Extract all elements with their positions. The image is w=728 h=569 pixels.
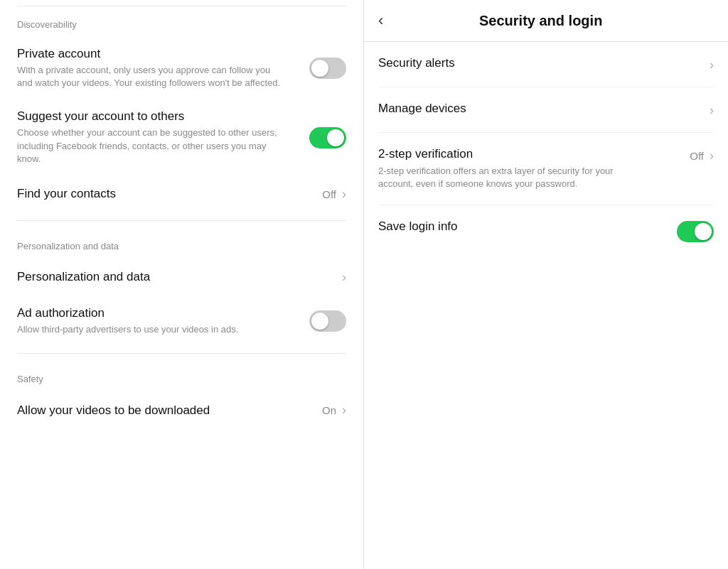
find-contacts-title: Find your contacts	[17, 187, 322, 201]
private-account-desc: With a private account, only users you a…	[17, 64, 287, 90]
personalization-nav-title: Personalization and data	[17, 270, 339, 284]
ad-auth-title: Ad authorization	[17, 306, 301, 320]
private-account-toggle-thumb	[311, 60, 328, 77]
right-panel-title: Security and login	[392, 13, 690, 29]
allow-downloads-content: Allow your videos to be downloaded	[17, 403, 322, 418]
personalization-nav-row[interactable]: Personalization and data ›	[17, 259, 346, 296]
right-panel-body: Security alerts › Manage devices › 2-ste…	[364, 42, 728, 256]
save-login-toggle[interactable]	[677, 221, 714, 242]
manage-devices-content: Manage devices	[378, 102, 698, 116]
find-contacts-chevron-icon: ›	[342, 187, 346, 202]
manage-devices-chevron-icon: ›	[710, 103, 714, 118]
find-contacts-row[interactable]: Find your contacts Off ›	[17, 175, 346, 213]
left-panel: Discoverability Private account With a p…	[0, 0, 364, 569]
private-account-toggle[interactable]	[309, 58, 346, 79]
allow-downloads-right: On ›	[322, 403, 346, 418]
section-label-personalization: Personalization and data	[17, 228, 346, 259]
ad-auth-toggle[interactable]	[309, 310, 346, 332]
save-login-toggle-track[interactable]	[677, 221, 714, 242]
right-panel-header: ‹ Security and login	[364, 0, 728, 42]
private-account-row: Private account With a private account, …	[17, 37, 346, 99]
allow-downloads-chevron-icon: ›	[342, 403, 346, 418]
section-label-discoverability: Discoverability	[17, 6, 346, 37]
save-login-title: Save login info	[378, 220, 660, 234]
two-step-status: Off	[690, 150, 704, 162]
two-step-chevron-icon: ›	[710, 148, 714, 163]
two-step-title: 2-step verification	[378, 147, 681, 161]
security-alerts-chevron-icon: ›	[710, 58, 714, 72]
find-contacts-content: Find your contacts	[17, 187, 322, 201]
manage-devices-row[interactable]: Manage devices ›	[378, 87, 714, 133]
security-alerts-title: Security alerts	[378, 56, 698, 70]
private-account-title: Private account	[17, 47, 301, 61]
suggest-account-toggle-thumb	[327, 129, 344, 146]
save-login-row: Save login info	[378, 205, 714, 256]
personalization-nav-right: ›	[339, 270, 346, 285]
find-contacts-status: Off	[322, 188, 336, 200]
ad-auth-toggle-thumb	[311, 313, 328, 330]
back-button[interactable]: ‹	[378, 11, 383, 30]
suggest-account-content: Suggest your account to others Choose wh…	[17, 109, 301, 166]
allow-downloads-status: On	[322, 404, 336, 416]
allow-downloads-title: Allow your videos to be downloaded	[17, 403, 322, 418]
section-label-safety: Safety	[17, 361, 346, 391]
find-contacts-right: Off ›	[322, 187, 346, 202]
two-step-content: 2-step verification 2-step verification …	[378, 147, 681, 190]
allow-downloads-row[interactable]: Allow your videos to be downloaded On ›	[17, 391, 346, 429]
ad-auth-toggle-track[interactable]	[309, 310, 346, 332]
suggest-account-toggle[interactable]	[309, 127, 346, 148]
suggest-account-title: Suggest your account to others	[17, 109, 301, 124]
right-panel: ‹ Security and login Security alerts › M…	[364, 0, 728, 569]
suggest-account-row: Suggest your account to others Choose wh…	[17, 99, 346, 175]
save-login-right	[668, 220, 714, 242]
private-account-toggle-track[interactable]	[309, 58, 346, 79]
suggest-account-toggle-track[interactable]	[309, 127, 346, 148]
save-login-toggle-thumb	[695, 223, 712, 240]
save-login-content: Save login info	[378, 220, 660, 234]
divider-1	[17, 220, 346, 221]
suggest-account-desc: Choose whether your account can be sugge…	[17, 126, 287, 166]
manage-devices-title: Manage devices	[378, 102, 698, 116]
two-step-right: Off ›	[690, 147, 714, 163]
security-alerts-content: Security alerts	[378, 56, 698, 70]
personalization-chevron-icon: ›	[342, 270, 346, 285]
divider-2	[17, 353, 346, 354]
private-account-content: Private account With a private account, …	[17, 47, 301, 90]
security-alerts-row[interactable]: Security alerts ›	[378, 42, 714, 87]
security-alerts-right: ›	[707, 56, 714, 72]
ad-auth-content: Ad authorization Allow third-party adver…	[17, 306, 301, 336]
two-step-verification-row[interactable]: 2-step verification 2-step verification …	[378, 133, 714, 205]
ad-auth-row: Ad authorization Allow third-party adver…	[17, 296, 346, 346]
two-step-desc: 2-step verification offers an extra laye…	[378, 165, 620, 190]
ad-auth-desc: Allow third-party advertisers to use you…	[17, 323, 287, 336]
personalization-nav-content: Personalization and data	[17, 270, 339, 284]
manage-devices-right: ›	[707, 102, 714, 118]
